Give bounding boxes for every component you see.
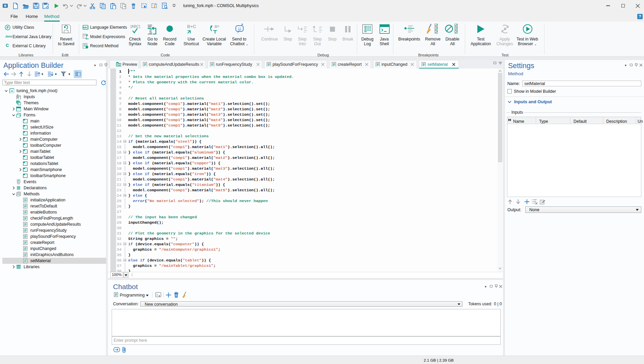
svg-text:A: A	[11, 89, 13, 93]
svg-text:B+C: B+C	[187, 24, 196, 29]
svg-text:ABC: ABC	[83, 26, 88, 29]
svg-text:a=: a=	[215, 24, 220, 29]
svg-text:[ABC]: [ABC]	[131, 24, 140, 28]
svg-text:a=: a=	[86, 37, 89, 40]
